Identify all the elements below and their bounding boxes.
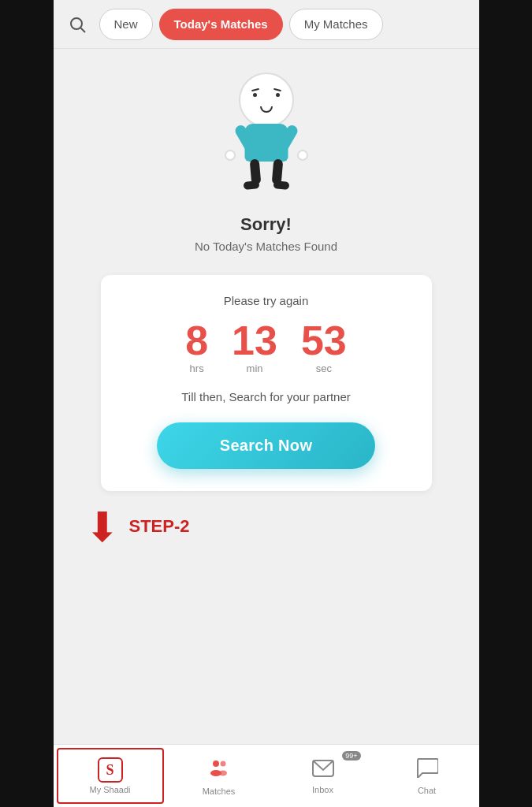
char-eye-right <box>276 93 280 97</box>
minutes-label: min <box>247 363 263 374</box>
arrow-down-icon: ⬇ <box>85 507 120 548</box>
nav-chat[interactable]: Chat <box>375 745 479 807</box>
char-mouth <box>260 106 273 113</box>
char-foot-right <box>273 180 289 190</box>
char-eyebrow-right <box>273 87 281 91</box>
nav-inbox-label: Inbox <box>312 785 333 794</box>
phone-frame: New Today's Matches My Matches <box>54 0 479 807</box>
inbox-icon <box>312 758 334 783</box>
seconds-label: sec <box>316 363 332 374</box>
countdown-row: 8 hrs 13 min 53 sec <box>185 320 347 374</box>
char-body <box>244 124 288 162</box>
nav-my-shaadi[interactable]: S My Shaadi <box>57 748 164 804</box>
char-eyebrow-left <box>251 87 259 91</box>
svg-line-1 <box>80 28 85 32</box>
minutes-value: 13 <box>232 320 277 361</box>
main-content: Sorry! No Today's Matches Found Please t… <box>54 49 479 744</box>
step2-arrow: ⬇ <box>85 504 120 548</box>
nav-matches-label: Matches <box>203 787 236 796</box>
partner-text: Till then, Search for your partner <box>181 390 351 404</box>
hours-label: hrs <box>190 363 204 374</box>
shaadi-logo-icon: S <box>98 757 123 783</box>
sorry-title: Sorry! <box>240 214 292 235</box>
svg-point-2 <box>213 761 219 767</box>
char-hand-left <box>225 150 236 161</box>
search-button[interactable] <box>61 9 93 40</box>
search-icon <box>68 15 87 34</box>
nav-my-shaadi-label: My Shaadi <box>90 785 131 794</box>
char-head <box>239 73 294 128</box>
char-foot-left <box>243 180 259 190</box>
sorry-subtitle: No Today's Matches Found <box>195 240 337 253</box>
chat-icon <box>416 757 438 783</box>
try-again-text: Please try again <box>224 294 309 307</box>
step2-annotation: ⬇ STEP-2 <box>69 491 463 548</box>
char-hand-right <box>297 150 308 161</box>
step2-label: STEP-2 <box>129 511 190 537</box>
search-now-button[interactable]: Search Now <box>157 422 375 469</box>
nav-chat-label: Chat <box>418 786 436 795</box>
hours-value: 8 <box>185 320 208 361</box>
svg-point-4 <box>220 761 225 766</box>
tab-new[interactable]: New <box>99 9 153 40</box>
char-face <box>247 87 286 114</box>
bottom-nav: S My Shaadi Matches 9 <box>54 744 479 807</box>
timer-card: Please try again 8 hrs 13 min 53 sec Til… <box>101 275 432 491</box>
header: New Today's Matches My Matches <box>54 0 479 49</box>
countdown-hours: 8 hrs <box>185 320 208 374</box>
svg-point-0 <box>71 18 82 29</box>
nav-inbox[interactable]: 99+ Inbox <box>271 745 375 807</box>
matches-icon <box>208 757 230 784</box>
svg-point-5 <box>219 770 227 775</box>
nav-matches[interactable]: Matches <box>167 745 271 807</box>
countdown-seconds: 53 sec <box>301 320 347 374</box>
countdown-minutes: 13 min <box>232 320 277 374</box>
tab-my-matches[interactable]: My Matches <box>289 9 383 40</box>
character-illustration <box>215 73 318 199</box>
char-eye-left <box>253 93 257 97</box>
tab-todays-matches[interactable]: Today's Matches <box>159 9 283 40</box>
seconds-value: 53 <box>301 320 347 361</box>
inbox-badge: 99+ <box>342 751 360 761</box>
